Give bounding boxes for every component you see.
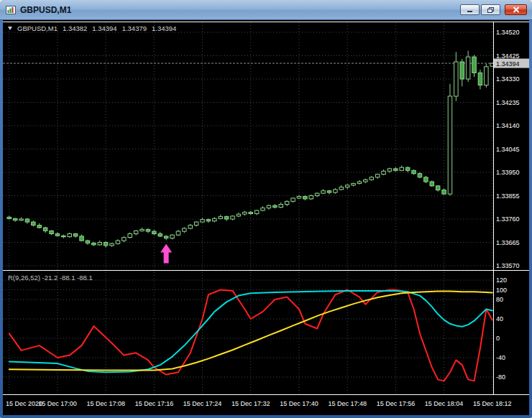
candle-bull	[201, 220, 205, 222]
candle-bear	[37, 226, 42, 228]
candle-bear	[50, 231, 54, 233]
minimize-icon	[467, 6, 474, 13]
candle-bear	[224, 217, 229, 219]
current-price-value: 1.34394	[496, 60, 520, 68]
candle-bull	[98, 243, 102, 245]
candle-bear	[13, 218, 17, 220]
candle-bear	[273, 205, 278, 207]
indicator-axis-label: -80	[496, 373, 505, 381]
time-axis-label: 15 Dec 17:40	[280, 400, 318, 407]
candle-bull	[68, 234, 72, 237]
candle-bull	[243, 212, 247, 214]
chart-area[interactable]: 1.345201.344251.343301.342351.341401.340…	[3, 20, 529, 415]
price-axis-label: 1.34140	[496, 122, 520, 129]
indicator-axis-label: -40	[496, 354, 505, 361]
candle-bear	[478, 73, 482, 85]
close-icon	[513, 6, 520, 13]
candle-bull	[357, 182, 362, 183]
price-axis-label: 1.34235	[496, 99, 520, 106]
window-title: GBPUSD,M1	[20, 5, 71, 15]
candle-bear	[472, 57, 477, 73]
candle-bull	[297, 197, 301, 198]
candle-bear	[460, 62, 464, 79]
candle-bull	[116, 241, 120, 243]
candle-bull	[219, 217, 223, 219]
candle-bull	[122, 238, 127, 241]
candle-bull	[110, 243, 114, 246]
candle-bear	[146, 229, 150, 231]
time-axis-label: 15 Dec 17:56	[377, 400, 416, 407]
candle-bull	[375, 175, 380, 177]
time-axis-label: 15 Dec 2020	[6, 400, 42, 407]
candle-bull	[382, 171, 386, 174]
price-axis-label: 1.33950	[496, 169, 520, 176]
indicator-axis-label: 80	[496, 296, 503, 303]
candle-bull	[291, 198, 295, 201]
window-controls	[459, 4, 527, 15]
price-axis-label: 1.33665	[496, 239, 520, 246]
ohlc-header: GBPUSD,M1 1.34382 1.34394 1.34379 1.3439…	[8, 24, 176, 32]
candle-bull	[485, 67, 489, 85]
candle-bull	[254, 210, 259, 213]
restore-button[interactable]	[481, 4, 500, 15]
collapse-triangle-icon	[8, 27, 12, 30]
candle-bull	[321, 191, 326, 193]
candle-bull	[194, 222, 198, 225]
close-button[interactable]	[505, 4, 527, 15]
candle-bull	[345, 185, 349, 187]
time-axis-label: 15 Dec 17:16	[135, 400, 174, 407]
open-value: 1.34382	[63, 24, 87, 32]
candle-bear	[55, 234, 60, 236]
candle-bull	[188, 226, 193, 228]
minimize-button[interactable]	[460, 4, 480, 15]
candle-bear	[43, 228, 47, 231]
buy-arrow-marker	[160, 243, 172, 263]
indicator-axis-label: 40	[496, 315, 503, 322]
chart-canvas[interactable]: 1.345201.344251.343301.342351.341401.340…	[3, 20, 529, 415]
candle-bull	[352, 183, 356, 185]
candle-bear	[424, 177, 428, 182]
price-axis-label: 1.34520	[496, 29, 520, 36]
candle-bear	[92, 243, 96, 245]
candle-bear	[394, 169, 398, 170]
candle-bear	[73, 234, 78, 236]
price-axis-label: 1.33760	[496, 215, 520, 223]
candle-bull	[364, 180, 368, 182]
candle-bear	[249, 212, 253, 213]
candle-bull	[213, 218, 217, 220]
low-value: 1.34379	[122, 24, 147, 32]
candle-bull	[183, 228, 187, 231]
candle-bear	[412, 170, 416, 173]
candle-bull	[128, 234, 132, 238]
candle-bull	[448, 96, 452, 194]
time-axis-label: 15 Dec 17:00	[38, 400, 77, 407]
titlebar[interactable]: GBPUSD,M1	[0, 0, 532, 20]
candle-bull	[466, 57, 470, 79]
candle-bull	[231, 216, 235, 219]
candle-bear	[104, 243, 108, 246]
candle-bull	[170, 235, 175, 238]
candle-bear	[158, 234, 162, 236]
candle-bull	[19, 219, 24, 220]
time-axis-label: 15 Dec 17:32	[231, 400, 270, 407]
time-axis-label: 15 Dec 17:48	[328, 400, 367, 407]
high-value: 1.34394	[92, 24, 116, 32]
candle-bull	[279, 205, 283, 208]
candle-bear	[25, 219, 29, 222]
candle-bull	[140, 229, 145, 231]
candle-bear	[86, 241, 90, 243]
candle-bull	[285, 201, 289, 204]
time-axis-label: 15 Dec 17:08	[86, 400, 125, 407]
candle-bear	[164, 236, 168, 238]
candle-bull	[261, 208, 265, 210]
time-axis-label: 15 Dec 18:12	[473, 400, 512, 407]
candle-bull	[134, 231, 138, 233]
indicator-axis-label: 120	[496, 277, 507, 284]
candle-bear	[436, 186, 440, 190]
candle-bear	[80, 236, 84, 241]
candle-bear	[405, 167, 410, 170]
candle-bull	[370, 177, 374, 180]
candle-bull	[237, 214, 241, 216]
candle-bull	[176, 231, 180, 235]
candle-bear	[418, 174, 422, 177]
